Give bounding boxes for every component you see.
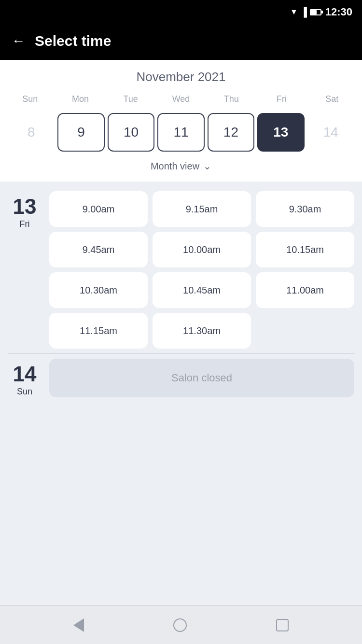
- calendar-day-12[interactable]: 12: [208, 113, 254, 152]
- time-section: 13 Fri 9.00am 9.15am 9.30am 9.45am 10.00…: [0, 182, 362, 605]
- day-headers: Sun Mon Tue Wed Thu Fri Sat: [5, 92, 357, 106]
- day-header-sun: Sun: [5, 92, 55, 106]
- time-slot-9[interactable]: 11.15am: [49, 313, 148, 349]
- time-slot-2[interactable]: 9.30am: [256, 191, 354, 227]
- time-slot-1[interactable]: 9.15am: [153, 191, 251, 227]
- time-slot-6[interactable]: 10.30am: [49, 272, 148, 308]
- page-title: Select time: [35, 33, 111, 49]
- day-header-wed: Wed: [156, 92, 206, 106]
- month-view-toggle[interactable]: Month view ⌄: [5, 154, 357, 177]
- status-time: 12:30: [325, 6, 352, 18]
- day-label-13: 13 Fri: [8, 191, 42, 349]
- nav-recents-icon: [276, 619, 289, 631]
- day-header-tue: Tue: [106, 92, 156, 106]
- day-label-14: 14 Sun: [8, 359, 42, 397]
- time-slot-0[interactable]: 9.00am: [49, 191, 148, 227]
- calendar-days: 8 9 10 11 12 13 14: [5, 111, 357, 154]
- status-bar: ▼ ▐ 12:30: [0, 0, 362, 24]
- nav-home-icon: [173, 618, 187, 632]
- day-header-sat: Sat: [307, 92, 357, 106]
- calendar-day-10[interactable]: 10: [108, 113, 154, 152]
- time-slot-3[interactable]: 9.45am: [49, 232, 148, 267]
- chevron-down-icon: ⌄: [203, 160, 211, 172]
- time-slot-7[interactable]: 10.45am: [153, 272, 251, 308]
- nav-back-button[interactable]: [73, 618, 84, 632]
- battery-icon: [310, 9, 321, 15]
- month-title: November 2021: [5, 70, 357, 84]
- calendar-day-14[interactable]: 14: [307, 113, 354, 152]
- calendar-day-9[interactable]: 9: [57, 113, 104, 152]
- day-block-13: 13 Fri 9.00am 9.15am 9.30am 9.45am 10.00…: [8, 191, 354, 349]
- section-divider: [8, 353, 354, 354]
- day-name-fri: Fri: [20, 219, 30, 229]
- header: ← Select time: [0, 24, 362, 60]
- back-button[interactable]: ←: [12, 33, 25, 49]
- salon-closed-message: Salon closed: [49, 359, 354, 397]
- nav-recents-button[interactable]: [276, 619, 289, 631]
- time-slot-10[interactable]: 11.30am: [153, 313, 251, 349]
- nav-bar: [0, 605, 362, 644]
- signal-icon: ▐: [301, 7, 307, 17]
- day-header-thu: Thu: [206, 92, 256, 106]
- nav-home-button[interactable]: [173, 618, 187, 632]
- calendar-day-13[interactable]: 13: [257, 113, 304, 152]
- day-block-14: 14 Sun Salon closed: [8, 359, 354, 397]
- status-icons: ▼ ▐: [290, 7, 321, 17]
- month-view-label: Month view: [151, 161, 199, 172]
- day-header-mon: Mon: [55, 92, 105, 106]
- time-slot-8[interactable]: 11.00am: [256, 272, 354, 308]
- day-header-fri: Fri: [256, 92, 306, 106]
- day-number-14: 14: [13, 364, 37, 385]
- time-slot-5[interactable]: 10.15am: [256, 232, 354, 267]
- wifi-icon: ▼: [290, 8, 298, 16]
- day-number-13: 13: [13, 196, 37, 217]
- time-grid: 9.00am 9.15am 9.30am 9.45am 10.00am 10.1…: [49, 191, 354, 349]
- calendar-day-11[interactable]: 11: [157, 113, 204, 152]
- day-name-sun: Sun: [17, 387, 32, 397]
- calendar-day-8[interactable]: 8: [8, 113, 55, 152]
- calendar-section: November 2021 Sun Mon Tue Wed Thu Fri Sa…: [0, 60, 362, 182]
- time-slot-4[interactable]: 10.00am: [153, 232, 251, 267]
- nav-back-icon: [73, 618, 84, 632]
